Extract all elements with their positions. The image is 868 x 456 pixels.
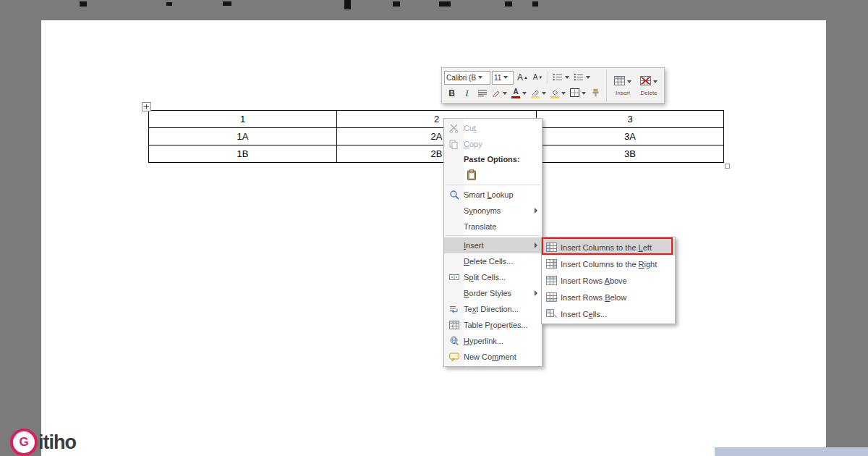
font-color-icon: A (511, 88, 520, 98)
font-size-value: 11 (494, 74, 501, 82)
bold-button[interactable]: B (445, 86, 459, 101)
document-table-wrap: 1 2 3 1A 2A 3A 1B 2B 3B (148, 110, 724, 163)
menu-item-label: Smart Lookup (464, 190, 514, 199)
insert-table-icon (614, 75, 625, 88)
mini-toolbar-main: Calibri (B 11 A▲ A▼ (444, 69, 603, 101)
chevron-down-icon (565, 76, 569, 79)
submenu-item-label: Insert Columns to the Right (561, 260, 657, 269)
delete-table-button[interactable]: Delete (636, 69, 662, 101)
submenu-arrow-icon (535, 290, 537, 296)
menu-item-copy[interactable]: Copy (444, 136, 542, 152)
scissors-icon (444, 124, 464, 133)
table-properties-icon (444, 321, 464, 329)
font-name-value: Calibri (B (446, 74, 476, 82)
document-table: 1 2 3 1A 2A 3A 1B 2B 3B (148, 110, 724, 163)
insert-table-button[interactable]: Insert (610, 69, 636, 101)
chevron-down-icon (522, 92, 527, 95)
magnifier-icon (444, 190, 464, 200)
shrink-font-icon: A (533, 74, 538, 81)
menu-item-smart-lookup[interactable]: Smart Lookup (444, 187, 542, 203)
highlighter-icon (531, 89, 540, 98)
table-row: 1A 2A 3A (149, 128, 724, 145)
menu-item-table-properties[interactable]: Table Properties... (444, 317, 542, 333)
borders-button[interactable] (569, 86, 587, 101)
submenu-item-insert-columns-right[interactable]: Insert Columns to the Right (542, 256, 675, 272)
ribbon-remnant (344, 0, 351, 9)
justify-button[interactable] (475, 86, 489, 101)
highlight-button[interactable] (529, 86, 548, 101)
menu-item-insert[interactable]: Insert (444, 237, 542, 253)
comment-bubble-icon (444, 352, 464, 362)
format-painter-brush-icon (592, 87, 600, 100)
italic-button[interactable]: I (460, 86, 474, 101)
bottom-right-partial-bar (715, 447, 868, 456)
menu-item-hyperlink[interactable]: Hyperlink... (444, 333, 542, 349)
submenu-item-insert-columns-left[interactable]: Insert Columns to the Left (542, 239, 675, 256)
menu-item-new-comment[interactable]: New Comment (444, 349, 542, 365)
font-name-combo[interactable]: Calibri (B (444, 71, 490, 85)
font-color-button[interactable]: A (510, 86, 528, 101)
mini-toolbar-table-buttons: Insert Delete (606, 69, 662, 101)
table-resize-handle[interactable] (725, 164, 730, 169)
ribbon-remnant (439, 1, 451, 7)
italic-icon: I (466, 89, 469, 98)
insert-table-label: Insert (616, 90, 630, 96)
menu-item-cut[interactable]: Cut (444, 120, 542, 136)
menu-item-label: Border Styles (464, 289, 511, 297)
menu-item-label: Translate (464, 222, 496, 231)
table-cell[interactable]: 1B (149, 145, 337, 163)
mini-toolbar-row-1: Calibri (B 11 A▲ A▼ (444, 69, 603, 85)
menu-item-split-cells[interactable]: Split Cells... (444, 269, 542, 285)
menu-item-text-direction[interactable]: Text Direction... (444, 301, 542, 317)
submenu-item-label: Insert Columns to the Left (561, 243, 652, 252)
font-size-combo[interactable]: 11 (492, 71, 514, 85)
menu-item-translate[interactable]: Translate (444, 219, 542, 235)
insert-submenu: Insert Columns to the Left Insert Column… (541, 237, 676, 324)
context-menu: Cut Copy Paste Options: Smart Lookup Syn… (443, 118, 542, 367)
delete-table-icon (640, 75, 651, 88)
format-painter-button[interactable] (589, 86, 603, 101)
copy-icon (444, 140, 464, 149)
numbered-list-icon (574, 71, 584, 84)
menu-item-delete-cells[interactable]: Delete Cells... (444, 253, 542, 269)
menu-item-paste-option[interactable] (444, 166, 542, 184)
insert-columns-left-icon (542, 242, 561, 252)
document-page[interactable] (41, 20, 826, 456)
menu-item-border-styles[interactable]: Border Styles (444, 285, 542, 301)
menu-item-synonyms[interactable]: Synonyms (444, 203, 542, 219)
submenu-item-insert-cells[interactable]: Insert Cells... (542, 305, 675, 322)
chevron-down-icon (561, 92, 566, 95)
table-cell[interactable]: 3A (537, 128, 724, 145)
submenu-item-insert-rows-above[interactable]: Insert Rows Above (542, 272, 675, 289)
submenu-arrow-icon (535, 208, 537, 214)
insert-columns-right-icon (542, 259, 561, 269)
menu-item-label: Copy (464, 140, 482, 148)
shrink-font-button[interactable]: A▼ (531, 70, 545, 85)
table-cell[interactable]: 3 (537, 111, 724, 128)
table-cell[interactable]: 1 (149, 111, 337, 128)
mini-toolbar-row-2: B I A (444, 85, 603, 101)
submenu-item-insert-rows-below[interactable]: Insert Rows Below (542, 289, 675, 305)
chevron-down-icon (542, 92, 546, 95)
submenu-arrow-icon (535, 242, 537, 248)
menu-item-label: Paste Options: (464, 155, 520, 164)
border-painter-button[interactable] (490, 86, 509, 101)
grow-font-button[interactable]: A▲ (516, 70, 529, 85)
table-move-handle[interactable] (142, 102, 151, 111)
borders-grid-icon (570, 87, 579, 100)
menu-item-label: Delete Cells... (464, 257, 513, 266)
numbering-button[interactable] (572, 70, 592, 85)
menu-item-label: Synonyms (464, 206, 501, 215)
table-cell[interactable]: 1A (149, 128, 337, 145)
ribbon-remnant (393, 1, 400, 7)
insert-cells-icon (542, 309, 561, 318)
insert-rows-above-icon (542, 276, 561, 285)
ribbon-remnant (223, 1, 231, 6)
grow-font-icon: A (517, 73, 523, 82)
paint-bucket-icon (550, 89, 559, 98)
menu-item-label: Hyperlink... (464, 337, 503, 345)
table-cell[interactable]: 3B (537, 145, 724, 163)
shading-button[interactable] (549, 86, 567, 101)
bullets-button[interactable] (551, 70, 571, 85)
paste-clipboard-icon (461, 169, 481, 181)
